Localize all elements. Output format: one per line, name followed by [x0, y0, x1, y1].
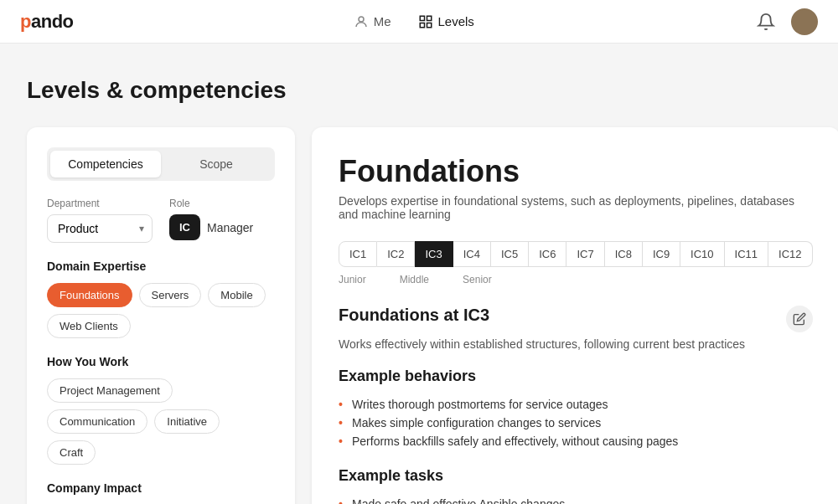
notification-bell[interactable] — [754, 10, 778, 33]
department-label: Department — [47, 198, 153, 209]
level-btn-ic9[interactable]: IC9 — [643, 241, 680, 267]
level-labels: Junior Middle Senior — [339, 274, 813, 285]
tag-servers[interactable]: Servers — [139, 283, 202, 307]
ic-badge[interactable]: IC — [169, 214, 200, 240]
level-btn-ic10[interactable]: IC10 — [680, 241, 724, 267]
nav-item-me[interactable]: Me — [354, 14, 391, 29]
department-role-row: Department Product ▾ Role IC Manager — [47, 198, 275, 243]
levels-label: Levels — [438, 14, 474, 28]
department-group: Department Product ▾ — [47, 198, 153, 243]
level-btn-ic1[interactable]: IC1 — [339, 241, 377, 267]
behavior-item: Performs backfills safely and effectivel… — [339, 432, 813, 450]
behavior-item: Makes simple configuration changes to se… — [339, 414, 813, 432]
person-icon — [354, 14, 369, 29]
left-card: Competencies Scope Department Product ▾ — [27, 127, 295, 504]
how-you-work-tags: Project Management Communication Initiat… — [47, 378, 275, 465]
department-select-wrapper: Product ▾ — [47, 214, 153, 243]
level-btn-ic11[interactable]: IC11 — [725, 241, 768, 267]
domain-expertise-title: Domain Expertise — [47, 260, 275, 273]
level-btn-ic3[interactable]: IC3 — [415, 241, 453, 267]
level-btn-ic7[interactable]: IC7 — [566, 241, 604, 267]
logo: pando — [20, 11, 74, 33]
foundations-title: Foundations — [339, 154, 813, 189]
level-btn-ic6[interactable]: IC6 — [529, 241, 566, 267]
nav-bar: pando Me Levels — [0, 0, 838, 44]
tab-scope[interactable]: Scope — [161, 151, 272, 177]
nav-item-levels[interactable]: Levels — [418, 14, 474, 29]
tag-project-management[interactable]: Project Management — [47, 378, 173, 403]
edit-button[interactable] — [786, 306, 813, 332]
levels-icon — [418, 14, 433, 29]
svg-rect-3 — [420, 23, 424, 27]
svg-rect-4 — [427, 23, 431, 27]
tag-communication[interactable]: Communication — [47, 409, 147, 434]
nav-items: Me Levels — [354, 14, 474, 29]
middle-label: Middle — [400, 274, 429, 285]
company-impact-title: Company Impact — [47, 481, 275, 495]
page: Levels & competencies Competencies Scope… — [0, 44, 838, 504]
senior-label: Senior — [463, 274, 492, 285]
svg-rect-2 — [427, 16, 431, 20]
behavior-item: Writes thorough postmortems for service … — [339, 395, 813, 414]
how-you-work-title: How You Work — [47, 355, 275, 368]
example-tasks-title: Example tasks — [339, 467, 813, 485]
edit-icon — [793, 312, 806, 326]
layout: Competencies Scope Department Product ▾ — [27, 127, 811, 504]
page-title: Levels & competencies — [27, 77, 811, 104]
department-select[interactable]: Product — [47, 214, 153, 243]
tag-foundations[interactable]: Foundations — [47, 283, 132, 307]
left-panel: Competencies Scope Department Product ▾ — [27, 127, 295, 504]
domain-expertise-tags: Foundations Servers Mobile Web Clients — [47, 283, 275, 338]
example-behaviors-title: Example behaviors — [339, 368, 813, 385]
role-options: IC Manager — [169, 214, 275, 240]
example-behaviors-list: Writes thorough postmortems for service … — [339, 395, 813, 450]
role-group: Role IC Manager — [169, 198, 275, 240]
junior-label: Junior — [339, 274, 366, 285]
svg-rect-1 — [420, 16, 424, 20]
nav-right — [754, 8, 818, 35]
tag-initiative[interactable]: Initiative — [154, 409, 220, 434]
bell-icon — [757, 13, 775, 31]
foundations-subtitle: Develops expertise in foundational syste… — [339, 194, 813, 221]
ic3-header: Foundations at IC3 — [339, 306, 813, 332]
right-panel: Foundations Develops expertise in founda… — [312, 127, 838, 504]
level-btn-ic2[interactable]: IC2 — [377, 241, 415, 267]
right-card: Foundations Develops expertise in founda… — [312, 127, 838, 504]
tag-web-clients[interactable]: Web Clients — [47, 314, 131, 338]
manager-label[interactable]: Manager — [207, 221, 253, 234]
level-btn-ic4[interactable]: IC4 — [453, 241, 491, 267]
level-btn-ic5[interactable]: IC5 — [491, 241, 529, 267]
levels-row: IC1IC2IC3IC4IC5IC6IC7IC8IC9IC10IC11IC12 — [339, 241, 813, 267]
example-tasks-list: Made safe and effective Ansible changes.… — [339, 495, 813, 504]
level-btn-ic8[interactable]: IC8 — [605, 241, 643, 267]
tab-competencies[interactable]: Competencies — [50, 151, 161, 177]
ic3-description: Works effectively within established str… — [339, 337, 813, 351]
how-you-work-section: How You Work Project Management Communic… — [47, 355, 275, 465]
level-btn-ic12[interactable]: IC12 — [768, 241, 812, 267]
domain-expertise-section: Domain Expertise Foundations Servers Mob… — [47, 260, 275, 338]
tabs: Competencies Scope — [47, 147, 275, 181]
user-avatar[interactable] — [791, 8, 818, 35]
me-label: Me — [374, 14, 391, 28]
ic3-title: Foundations at IC3 — [339, 306, 489, 325]
company-impact-section: Company Impact Mentorship Community Evan… — [47, 481, 275, 504]
tag-craft[interactable]: Craft — [47, 440, 96, 465]
tag-mobile[interactable]: Mobile — [208, 283, 265, 307]
role-label: Role — [169, 198, 275, 209]
svg-point-0 — [359, 17, 364, 22]
task-item: Made safe and effective Ansible changes. — [339, 495, 813, 504]
